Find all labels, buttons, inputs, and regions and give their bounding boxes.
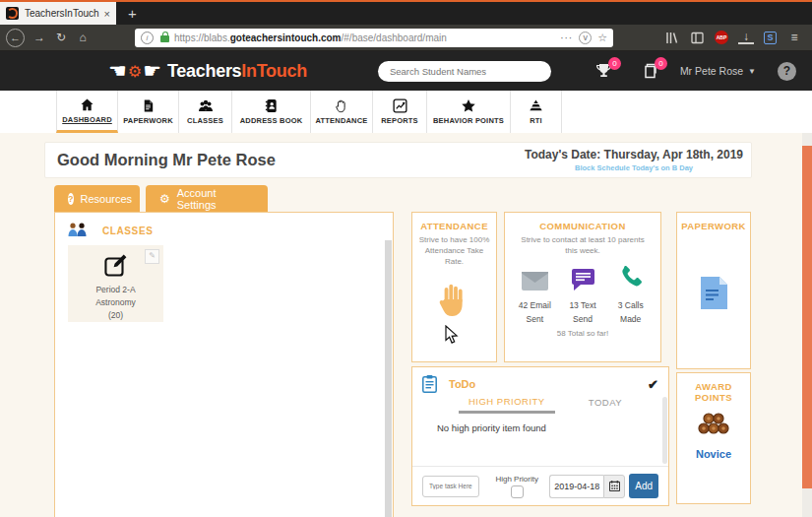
phone-icon (619, 265, 643, 289)
notes-button[interactable]: 0 (643, 62, 659, 80)
page-info-icon[interactable]: i (141, 32, 154, 44)
award-points-card: AWARD POINTS Novice (676, 372, 751, 504)
edit-square-icon (103, 252, 129, 278)
page-title: Good Morning Mr Pete Rose (45, 151, 276, 169)
high-priority-checkbox[interactable] (511, 485, 524, 498)
site-favicon-icon (6, 7, 19, 20)
block-schedule-note[interactable]: Block Schedule Today's on B Day (525, 163, 743, 172)
mouse-cursor (445, 325, 459, 345)
active-tab-underline (459, 411, 555, 414)
paperwork-icon (141, 98, 156, 113)
tab-classes[interactable]: CLASSES (179, 91, 232, 133)
pocket-icon[interactable]: v (579, 32, 592, 44)
tab-close-icon[interactable]: × (104, 8, 110, 20)
tab-rti[interactable]: RTI (511, 91, 562, 133)
notes-badge: 0 (655, 57, 667, 70)
tab-address-book[interactable]: ADDRESS BOOK (232, 91, 311, 133)
help-button[interactable]: ? (778, 62, 796, 81)
https-lock-icon (160, 35, 169, 42)
forward-button[interactable]: → (29, 28, 50, 47)
tab-title: TeachersInTouch (25, 8, 100, 19)
trophy-button[interactable]: 0 (594, 62, 613, 81)
url-text: https://blabs.goteachersintouch.com/#/ba… (174, 32, 554, 43)
browser-window: TeachersInTouch × + ← → ↻ ⌂ i https://bl… (0, 0, 812, 517)
url-bar[interactable]: i https://blabs.goteachersintouch.com/#/… (135, 29, 613, 47)
date-input[interactable] (549, 475, 603, 498)
address-book-icon (264, 98, 279, 113)
adblock-icon[interactable]: ABP (715, 31, 728, 44)
check-icon[interactable]: ✔ (648, 377, 658, 392)
add-button[interactable]: Add (629, 474, 658, 498)
todo-scrollbar[interactable] (662, 397, 667, 464)
paperwork-title: PAPERWORK (677, 221, 750, 231)
text-message-icon (572, 269, 594, 291)
todo-empty-message: No high priority item found (437, 422, 668, 433)
class-card[interactable]: ✎ Period 2-A Astronomy (20) (68, 245, 163, 322)
page-actions-icon[interactable]: ··· (560, 32, 573, 43)
class-count: (20) (68, 309, 163, 322)
page-scrollbar-thumb[interactable] (802, 146, 812, 488)
task-input[interactable] (422, 476, 479, 497)
session-manager-icon[interactable]: S (764, 32, 777, 44)
classes-scrollbar[interactable] (385, 240, 392, 517)
search-input[interactable] (378, 61, 551, 82)
bookmark-star-icon[interactable]: ☆ (597, 32, 607, 44)
home-icon (80, 97, 94, 112)
user-menu[interactable]: Mr Pete Rose ▼ (680, 65, 756, 77)
rti-pyramid-icon (529, 98, 543, 113)
home-button[interactable]: ⌂ (72, 28, 94, 47)
attendance-message: Strive to have 100% Attendance Take Rate… (412, 235, 496, 267)
classes-people-icon (67, 223, 89, 238)
communication-message: Strive to contact at least 10 parents th… (505, 235, 660, 257)
reload-button[interactable]: ↻ (50, 28, 72, 47)
user-name: Mr Pete Rose (680, 65, 743, 77)
logo-gear-icon: ⚙ (128, 62, 142, 81)
page-scrollbar[interactable] (802, 133, 812, 517)
question-circle-icon: ? (68, 193, 74, 205)
browser-tab[interactable]: TeachersInTouch × (0, 2, 116, 25)
award-level[interactable]: Novice (677, 448, 750, 460)
text-stat[interactable]: 13 TextSend (559, 269, 607, 327)
paperwork-doc-icon[interactable] (701, 277, 727, 309)
award-points-title: AWARD POINTS (677, 381, 750, 403)
library-icon[interactable] (663, 30, 679, 45)
app-header: ☚ ⚙ ☛ TeachersInTouch 0 0 Mr Pete Rose ▼… (0, 51, 812, 91)
logo-hand-left-icon: ☚ (108, 61, 127, 81)
logo-text: TeachersInTouch (167, 61, 307, 82)
tab-attendance[interactable]: ATTENDANCE (311, 91, 373, 133)
dashboard-page: Good Morning Mr Pete Rose Today's Date: … (0, 133, 812, 517)
class-subject: Astronomy (68, 296, 163, 309)
classes-panel-title: CLASSES (102, 226, 153, 236)
new-tab-button[interactable]: + (116, 2, 149, 25)
reports-icon (393, 98, 407, 113)
paperwork-card: PAPERWORK (676, 212, 751, 369)
attendance-hand-icon (335, 98, 348, 113)
back-button[interactable]: ← (6, 29, 25, 47)
calendar-button[interactable] (603, 475, 625, 498)
chevron-down-icon: ▼ (748, 67, 756, 76)
resources-button[interactable]: ? Resources (54, 185, 140, 212)
menu-icon[interactable]: ≡ (786, 30, 802, 45)
tab-today[interactable]: TODAY (589, 396, 622, 414)
star-icon (461, 98, 476, 113)
greeting-bar: Good Morning Mr Pete Rose Today's Date: … (44, 142, 752, 178)
tab-high-priority[interactable]: HIGH PRIORITY (459, 396, 555, 414)
attendance-hand-icon[interactable] (436, 279, 473, 318)
main-nav: DASHBOARD PAPERWORK CLASSES ADDRESS BOOK… (0, 91, 812, 133)
tab-behavior-points[interactable]: BEHAVIOR POINTS (427, 91, 511, 133)
todo-clipboard-icon (422, 375, 437, 393)
account-settings-button[interactable]: ⚙ Account Settings (146, 185, 268, 212)
classes-panel: CLASSES ✎ Period 2-A Astronomy (20) (54, 212, 394, 517)
calls-stat[interactable]: 3 CallsMade (606, 265, 655, 327)
logo-hand-right-icon: ☛ (143, 61, 161, 81)
pencil-icon[interactable]: ✎ (145, 249, 159, 264)
tab-dashboard[interactable]: DASHBOARD (56, 91, 118, 133)
tab-reports[interactable]: REPORTS (373, 91, 427, 133)
app-logo[interactable]: ☚ ⚙ ☛ TeachersInTouch (108, 61, 307, 82)
download-icon[interactable]: ↓ (738, 31, 754, 44)
sidebar-icon[interactable] (689, 30, 705, 45)
email-stat[interactable]: 42 EmailSent (511, 272, 559, 327)
trophy-badge: 0 (608, 57, 621, 70)
tab-paperwork[interactable]: PAPERWORK (118, 91, 179, 133)
classes-icon (198, 98, 214, 113)
